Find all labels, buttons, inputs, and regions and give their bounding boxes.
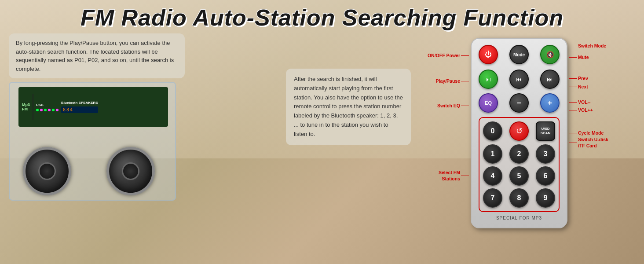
speakers-row (23, 147, 155, 195)
num-4-label: 4 (491, 172, 495, 180)
remote-row-3: EQ − + (479, 93, 560, 113)
num-0-button[interactable]: 0 (483, 121, 502, 141)
num-9-label: 9 (544, 194, 548, 202)
led-purple-3 (56, 109, 59, 111)
label-vol-plus: VOL++ (569, 107, 593, 113)
led-row-1 (36, 109, 59, 111)
label-cycle-text: Cycle Mode (578, 130, 604, 136)
vol-minus-icon: − (517, 99, 522, 108)
label-next-text: Next (578, 84, 588, 89)
speaker-left (23, 147, 71, 195)
middle-section: After the search is finished, it will au… (286, 33, 411, 145)
vol-minus-button[interactable]: − (509, 93, 529, 113)
pcb-board: Mp3FM USB (18, 87, 168, 127)
mute-button[interactable]: 🔇 (540, 45, 560, 64)
label-udisk-text: Switch U-disk/TF Card (578, 137, 608, 149)
pcb-bluetooth-label: Bluetooth SPEAKERS (61, 101, 98, 105)
numpad-row-3: 7 8 9 (483, 188, 555, 208)
label-fm-text: Select FMStations (439, 170, 460, 182)
num-1-label: 1 (491, 150, 495, 158)
num-4-button[interactable]: 4 (483, 166, 502, 186)
label-prev-line (569, 78, 577, 79)
label-power-line (461, 55, 469, 56)
label-power-text: ON/OFF Power (428, 53, 460, 58)
num-7-button[interactable]: 7 (483, 188, 502, 208)
next-button[interactable]: ⏭ (540, 70, 560, 89)
label-switch-mode-text: Switch Mode (578, 43, 606, 48)
num-8-label: 8 (517, 194, 521, 202)
num-2-label: 2 (517, 150, 521, 158)
speaker-area: Mp3FM USB (9, 77, 194, 209)
pcb-divider (33, 94, 33, 120)
num-7-label: 7 (491, 194, 495, 202)
title-bar: FM Radio Auto-Station Searching Function (0, 0, 644, 33)
page-title: FM Radio Auto-Station Searching Function (0, 4, 644, 31)
prev-button[interactable]: ⏮ (509, 70, 529, 89)
label-mute-text: Mute (578, 55, 589, 60)
num-2-button[interactable]: 2 (509, 144, 529, 164)
label-mute-line (569, 57, 577, 58)
pcb-label-mp3: Mp3FM (22, 103, 30, 111)
right-section: ON/OFF Power Play/Pause Switch EQ (415, 33, 635, 228)
mute-icon: 🔇 (546, 51, 554, 58)
content-area: By long-pressing the Play/Pause button, … (0, 33, 644, 264)
label-select-fm: Select FMStations (439, 170, 469, 182)
remote-footer: SPECIAL FOR MP3 (479, 216, 560, 220)
label-switch-udisk: Switch U-disk/TF Card (569, 137, 608, 149)
remote-row-2: ⏯ ⏮ ⏭ (479, 70, 560, 89)
label-eq-line (461, 106, 469, 106)
label-cycle-mode: Cycle Mode (569, 130, 604, 136)
scan-label: U/SDSCAN (541, 127, 551, 135)
page-container: FM Radio Auto-Station Searching Function… (0, 0, 644, 264)
remote-control: ⏻ Mode 🔇 ⏯ (471, 38, 567, 228)
vol-plus-button[interactable]: + (540, 93, 560, 113)
prev-icon: ⏮ (516, 76, 522, 83)
num-3-label: 3 (544, 150, 548, 158)
speaker-right (106, 147, 155, 195)
power-button[interactable]: ⏻ (479, 45, 498, 64)
num-9-button[interactable]: 9 (536, 188, 555, 208)
description-box: By long-pressing the Play/Pause button, … (9, 33, 185, 78)
label-vol-minus-text: VOL-- (578, 99, 591, 105)
led-green-3 (52, 109, 55, 111)
play-pause-button[interactable]: ⏯ (479, 70, 498, 89)
label-next: Next (569, 84, 588, 89)
num-1-button[interactable]: 1 (483, 144, 502, 164)
num-5-button[interactable]: 5 (509, 166, 529, 186)
scan-button[interactable]: U/SDSCAN (536, 121, 555, 141)
speaker-left-inner (38, 162, 56, 180)
label-play-pause: Play/Pause (436, 78, 469, 84)
label-vol-minus: VOL-- (569, 99, 591, 105)
numpad-row-2: 4 5 6 (483, 166, 555, 186)
label-vol-minus-line (569, 102, 577, 103)
num-3-button[interactable]: 3 (536, 144, 555, 164)
label-switch-mode: Switch Mode (569, 43, 606, 48)
label-fm-line (461, 176, 469, 176)
num-5-label: 5 (517, 172, 521, 180)
label-eq-text: Switch EQ (437, 103, 460, 108)
remote-row-1: ⏻ Mode 🔇 (479, 45, 560, 64)
remote-footer-text: SPECIAL FOR MP3 (496, 216, 542, 220)
play-icon: ⏯ (485, 76, 491, 83)
repeat-icon: ↺ (516, 126, 523, 136)
led-green-1 (36, 109, 39, 111)
repeat-button[interactable]: ↺ (509, 121, 529, 141)
left-section: By long-pressing the Play/Pause button, … (9, 33, 282, 209)
left-labels-container: ON/OFF Power Play/Pause Switch EQ (416, 38, 469, 46)
info-box: After the search is finished, it will au… (286, 69, 411, 145)
label-next-line (569, 87, 577, 87)
right-labels-container: Switch Mode Mute Prev Next (569, 38, 626, 46)
pcb-display: 884 (61, 106, 98, 113)
label-cycle-line (569, 133, 577, 133)
remote-full: ON/OFF Power Play/Pause Switch EQ (416, 38, 626, 228)
num-6-button[interactable]: 6 (536, 166, 555, 186)
description-text: By long-pressing the Play/Pause button, … (16, 40, 174, 72)
led-purple-1 (40, 109, 43, 111)
pcb-usb-label: USB (36, 103, 59, 107)
eq-button[interactable]: EQ (479, 93, 498, 113)
label-vol-plus-line (569, 110, 577, 110)
num-8-button[interactable]: 8 (509, 188, 529, 208)
numpad-container: 0 ↺ U/SDSCAN 1 2 (479, 117, 560, 212)
led-purple-2 (48, 109, 51, 111)
mode-button[interactable]: Mode (509, 45, 529, 64)
